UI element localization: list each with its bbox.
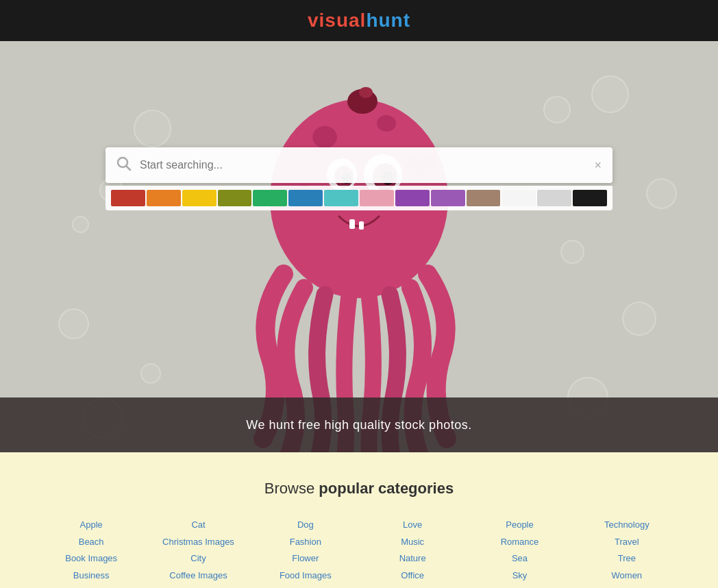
color-filter-bar — [106, 186, 612, 210]
bubble-decoration — [134, 110, 171, 147]
category-link[interactable]: City — [190, 553, 206, 563]
categories-title: Browse popular categories — [41, 480, 677, 498]
category-link[interactable]: Food Images — [280, 570, 332, 580]
category-link[interactable]: People — [506, 519, 533, 530]
category-link[interactable]: Tree — [618, 553, 636, 563]
category-link[interactable]: Technology — [604, 519, 649, 530]
color-swatch-yellow[interactable] — [182, 190, 216, 206]
color-swatch-black[interactable] — [573, 190, 607, 206]
category-link[interactable]: Nature — [399, 553, 426, 563]
bubble-decoration — [72, 216, 89, 233]
color-swatch-light-gray[interactable] — [537, 190, 571, 206]
category-link[interactable]: Book Images — [65, 553, 117, 563]
svg-point-2 — [377, 115, 396, 132]
color-swatch-orange[interactable] — [147, 190, 181, 206]
category-link[interactable]: Fashion — [290, 537, 321, 547]
color-swatch-pink[interactable] — [360, 190, 394, 206]
category-col-2: CatChristmas ImagesCityCoffee ImagesComp… — [148, 517, 248, 588]
search-container: × — [106, 147, 612, 210]
bubble-decoration — [58, 308, 89, 339]
category-link[interactable]: Coffee Images — [169, 570, 227, 580]
color-swatch-white[interactable] — [502, 190, 536, 206]
category-col-5: PeopleRomanceSeaSkySnow — [469, 517, 569, 588]
category-col-1: AppleBeachBook ImagesBusinessCar — [41, 517, 141, 588]
hero-section: × We hunt free high quality stock photos… — [0, 41, 718, 452]
search-input[interactable] — [140, 159, 594, 171]
bubble-decoration — [543, 96, 571, 123]
category-link[interactable]: Travel — [615, 537, 639, 547]
category-link[interactable]: Apple — [80, 519, 103, 530]
logo-visual: visual — [308, 10, 366, 31]
bubble-decoration — [622, 302, 656, 336]
bubble-decoration — [560, 240, 584, 264]
hero-illustration — [215, 41, 503, 452]
category-link[interactable]: Romance — [501, 537, 539, 547]
clear-icon[interactable]: × — [594, 158, 602, 173]
svg-line-16 — [127, 167, 131, 171]
bubble-decoration — [140, 363, 161, 384]
category-link[interactable]: Music — [401, 537, 424, 547]
category-link[interactable]: Business — [73, 570, 110, 580]
category-link[interactable]: Dog — [297, 519, 314, 530]
category-link[interactable]: Flower — [292, 553, 319, 563]
category-col-4: LoveMusicNatureOfficeParty Images — [362, 517, 462, 588]
svg-rect-12 — [359, 221, 364, 230]
color-swatch-blue[interactable] — [288, 190, 323, 206]
category-link[interactable]: Office — [401, 570, 424, 580]
color-swatch-cyan[interactable] — [324, 190, 358, 206]
category-link[interactable]: Beach — [79, 537, 104, 547]
categories-grid: AppleBeachBook ImagesBusinessCarCatChris… — [41, 517, 677, 588]
bubble-decoration — [646, 178, 677, 209]
color-swatch-olive[interactable] — [218, 190, 252, 206]
category-link[interactable]: Christmas Images — [162, 537, 234, 547]
search-bar: × — [106, 147, 612, 183]
bubble-decoration — [591, 75, 629, 113]
category-col-6: TechnologyTravelTreeWomenWork — [577, 517, 677, 588]
category-link[interactable]: Sea — [512, 553, 528, 563]
svg-point-14 — [359, 87, 373, 98]
category-link[interactable]: Sky — [512, 570, 528, 580]
categories-section: Browse popular categories AppleBeachBook… — [0, 452, 718, 588]
color-swatch-purple[interactable] — [395, 190, 430, 206]
hero-footer: We hunt free high quality stock photos. — [0, 397, 718, 452]
color-swatch-red[interactable] — [111, 190, 145, 206]
site-header: visualhunt — [0, 0, 718, 41]
site-logo[interactable]: visualhunt — [308, 10, 410, 32]
color-swatch-green[interactable] — [253, 190, 287, 206]
category-link[interactable]: Love — [403, 519, 422, 530]
tagline: We hunt free high quality stock photos. — [246, 418, 471, 432]
category-col-3: DogFashionFlowerFood ImagesHappy — [256, 517, 356, 588]
svg-point-1 — [312, 126, 337, 148]
category-link[interactable]: Cat — [191, 519, 205, 530]
svg-rect-11 — [349, 219, 355, 229]
search-icon — [116, 156, 132, 174]
color-swatch-brown[interactable] — [467, 190, 501, 206]
category-link[interactable]: Women — [612, 570, 643, 580]
logo-hunt: hunt — [366, 10, 410, 31]
color-swatch-violet[interactable] — [431, 190, 465, 206]
